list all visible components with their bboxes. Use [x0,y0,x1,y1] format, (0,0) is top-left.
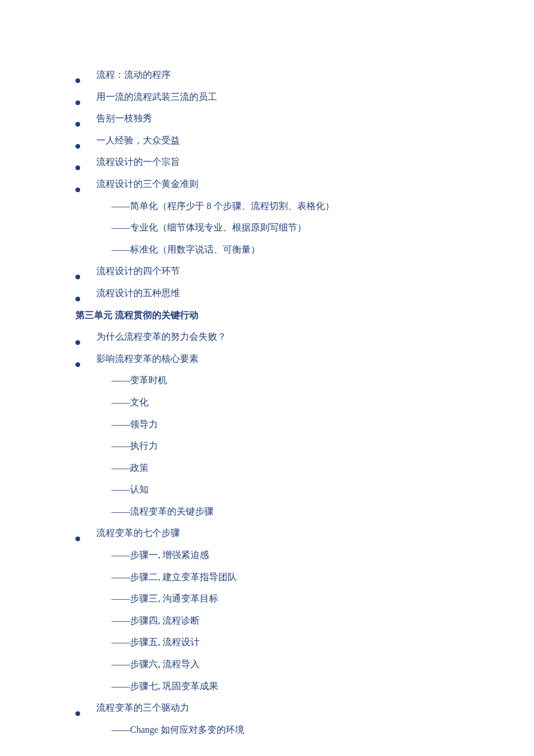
list-item: 流程设计的四个环节 [75,260,534,282]
sub-list-item: ——步骤一, 增强紧迫感 [75,544,534,566]
sub-list-item: ——步骤二, 建立变革指导团队 [75,566,534,588]
sub-list-item: ——标准化（用数字说话、可衡量） [75,239,534,261]
bullet-icon [75,122,80,127]
bullet-icon [75,362,80,367]
sub-list-item: ——步骤三, 沟通变革目标 [75,588,534,610]
sub-list-item: ——步骤五, 流程设计 [75,631,534,653]
bullet-icon [75,297,80,301]
list-item-text: 流程：流动的程序 [96,64,171,86]
bullet-icon [75,340,80,345]
list-item: 用一流的流程武装三流的员工 [75,86,534,108]
list-item-text: 流程设计的四个环节 [96,260,180,282]
bullet-icon [75,188,80,192]
list-item-text: 为什么流程变革的努力会失败？ [96,326,226,348]
list-item-text: 流程设计的三个黄金准则 [96,173,199,195]
list-item: 流程：流动的程序 [75,64,534,86]
sub-list-item: ——变革时机 [75,369,534,391]
sub-list-item: ——步骤七, 巩固变革成果 [75,675,534,697]
section-heading: 第三单元 流程贯彻的关键行动 [75,304,534,326]
sub-list-item: ——简单化（程序少于 8 个步骤、流程切割、表格化） [75,195,534,217]
list-item-text: 影响流程变革的核心要素 [96,348,199,370]
sub-list-item: ——步骤四, 流程诊断 [75,610,534,632]
list-item-text: 流程变革的七个步骤 [96,522,180,544]
sub-list-item: ——执行力 [75,435,534,457]
document-page: 流程：流动的程序用一流的流程武装三流的员工告别一枝独秀一人经验，大众受益流程设计… [0,0,534,756]
sub-list-item: ——Change 如何应对多变的环境 [75,719,534,741]
sub-list-item: ——专业化（细节体现专业、根据原则写细节） [75,217,534,239]
list-item: 流程设计的一个宗旨 [75,151,534,173]
bullet-icon [75,144,80,149]
list-item: 为什么流程变革的努力会失败？ [75,326,534,348]
list-item: 流程设计的三个黄金准则 [75,173,534,195]
list-item: 告别一枝独秀 [75,107,534,129]
sub-list-item: ——领导力 [75,413,534,435]
bullet-icon [75,78,80,83]
list-item: 流程设计的五种思维 [75,282,534,304]
list-item: 一人经验，大众受益 [75,129,534,152]
sub-list-item: ——步骤六, 流程导入 [75,653,534,675]
list-item-text: 流程设计的一个宗旨 [96,151,180,173]
list-item-text: 流程设计的五种思维 [96,282,180,304]
sub-list-item: ——流程变革的关键步骤 [75,501,534,523]
bullet-icon [75,711,80,716]
sub-list-item: ——认知 [75,478,534,501]
bullet-icon [75,165,80,170]
bullet-icon [75,275,80,279]
list-item-text: 一人经验，大众受益 [96,129,180,152]
list-item: 影响流程变革的核心要素 [75,348,534,370]
bullet-icon [75,537,80,541]
list-item-text: 流程变革的三个驱动力 [96,697,189,719]
list-item: 流程变革的七个步骤 [75,522,534,544]
sub-list-item: ——政策 [75,457,534,479]
list-item: 流程变革的三个驱动力 [75,697,534,719]
list-item-text: 用一流的流程武装三流的员工 [96,86,217,108]
sub-list-item: ——文化 [75,391,534,413]
bullet-icon [75,100,80,105]
list-item-text: 告别一枝独秀 [96,107,152,129]
